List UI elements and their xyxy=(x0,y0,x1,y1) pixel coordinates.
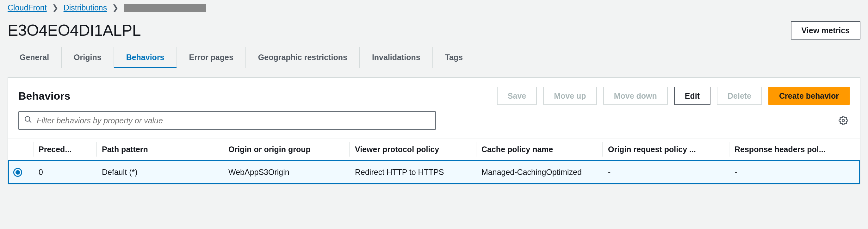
page-header: E3O4EO4DI1ALPL View metrics xyxy=(8,21,860,39)
settings-button[interactable] xyxy=(837,114,850,127)
filter-input-wrap[interactable] xyxy=(18,111,436,130)
table-header-row: Preced... Path pattern Origin or origin … xyxy=(8,139,860,160)
tab-behaviors[interactable]: Behaviors xyxy=(114,47,177,68)
table-row[interactable]: 0 Default (*) WebAppS3Origin Redirect HT… xyxy=(8,160,860,184)
col-select xyxy=(8,139,34,160)
move-up-button[interactable]: Move up xyxy=(543,87,597,105)
tab-invalidations[interactable]: Invalidations xyxy=(360,47,433,68)
col-precedence[interactable]: Preced... xyxy=(34,139,97,160)
cell-viewer-policy: Redirect HTTP to HTTPS xyxy=(350,160,476,184)
tab-geographic-restrictions[interactable]: Geographic restrictions xyxy=(246,47,360,68)
tab-origins[interactable]: Origins xyxy=(62,47,114,68)
breadcrumb-current-redacted xyxy=(124,4,206,12)
breadcrumb-link-cloudfront[interactable]: CloudFront xyxy=(8,3,47,12)
page-title: E3O4EO4DI1ALPL xyxy=(8,21,141,39)
svg-line-1 xyxy=(29,121,31,123)
row-radio[interactable] xyxy=(13,168,22,177)
panel-title: Behaviors xyxy=(18,90,70,102)
panel-header: Behaviors Save Move up Move down Edit De… xyxy=(8,87,860,111)
panel-actions: Save Move up Move down Edit Delete Creat… xyxy=(497,87,850,105)
col-origin-request-policy[interactable]: Origin request policy ... xyxy=(603,139,730,160)
view-metrics-button[interactable]: View metrics xyxy=(791,21,860,39)
tab-general[interactable]: General xyxy=(8,47,62,68)
edit-button[interactable]: Edit xyxy=(674,87,710,105)
tab-tags[interactable]: Tags xyxy=(433,47,475,68)
panel-toolbar xyxy=(8,111,860,138)
col-path-pattern[interactable]: Path pattern xyxy=(97,139,223,160)
tab-error-pages[interactable]: Error pages xyxy=(177,47,246,68)
cell-precedence: 0 xyxy=(34,160,97,184)
behaviors-panel: Behaviors Save Move up Move down Edit De… xyxy=(8,77,860,185)
svg-point-0 xyxy=(25,117,30,121)
col-origin[interactable]: Origin or origin group xyxy=(223,139,350,160)
gear-icon xyxy=(839,116,848,125)
create-behavior-button[interactable]: Create behavior xyxy=(768,87,850,105)
move-down-button[interactable]: Move down xyxy=(603,87,668,105)
breadcrumb: CloudFront ❯ Distributions ❯ xyxy=(8,0,860,18)
search-icon xyxy=(24,116,32,126)
tabs: General Origins Behaviors Error pages Ge… xyxy=(8,47,860,68)
filter-input[interactable] xyxy=(37,116,430,125)
cell-response-headers-policy: - xyxy=(730,160,860,184)
chevron-right-icon: ❯ xyxy=(52,3,59,12)
cell-origin: WebAppS3Origin xyxy=(223,160,350,184)
cell-path-pattern: Default (*) xyxy=(97,160,223,184)
cell-cache-policy: Managed-CachingOptimized xyxy=(476,160,603,184)
svg-point-2 xyxy=(842,119,845,122)
col-viewer-policy[interactable]: Viewer protocol policy xyxy=(350,139,476,160)
behaviors-table: Preced... Path pattern Origin or origin … xyxy=(8,138,860,184)
col-cache-policy[interactable]: Cache policy name xyxy=(476,139,603,160)
col-response-headers-policy[interactable]: Response headers pol... xyxy=(730,139,860,160)
breadcrumb-link-distributions[interactable]: Distributions xyxy=(64,3,107,12)
save-button[interactable]: Save xyxy=(497,87,537,105)
delete-button[interactable]: Delete xyxy=(717,87,762,105)
chevron-right-icon: ❯ xyxy=(112,3,119,12)
cell-origin-request-policy: - xyxy=(603,160,730,184)
